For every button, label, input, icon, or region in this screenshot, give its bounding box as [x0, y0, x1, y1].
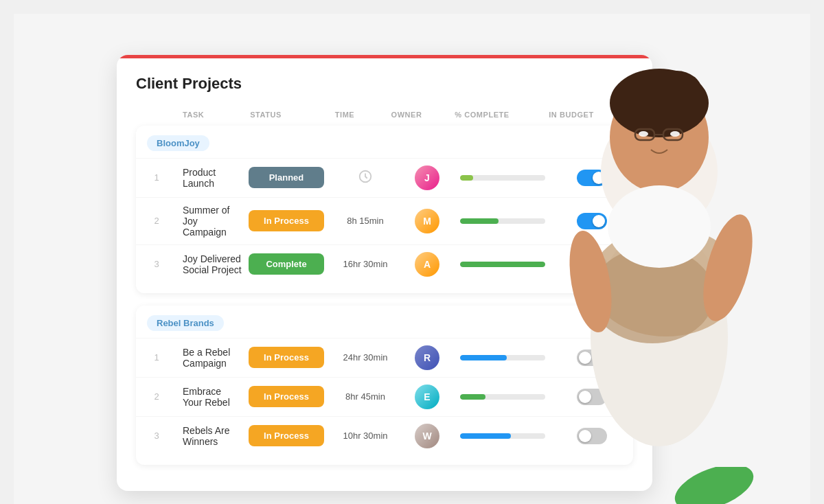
- table-row: 1Be a Rebel CampaignIn Process24hr 30min…: [136, 338, 633, 377]
- avatar: E: [415, 385, 439, 409]
- table-row: 3Rebels Are WinnersIn Process10hr 30minW: [136, 416, 633, 455]
- progress-bar-fill: [460, 355, 507, 360]
- budget-toggle[interactable]: [577, 389, 607, 405]
- row-time: 16hr 30min: [331, 259, 400, 269]
- table-row: 2Summer of Joy CampaignIn Process8h 15mi…: [136, 197, 633, 244]
- row-time: 8h 15min: [331, 216, 400, 226]
- budget-toggle[interactable]: [577, 213, 607, 229]
- toggle-cell: [551, 256, 633, 273]
- group-card-rebel-brands: Rebel Brands1Be a Rebel CampaignIn Proce…: [136, 306, 633, 465]
- row-owner: M: [400, 209, 455, 233]
- row-task-name: Joy Delivered Social Project: [177, 253, 242, 275]
- row-status-cell: In Process: [242, 210, 331, 231]
- avatar: R: [415, 345, 439, 370]
- col-status: STATUS: [221, 111, 310, 119]
- page-title: Client Projects: [136, 75, 633, 93]
- row-number: 2: [136, 216, 177, 226]
- toggle-knob: [579, 391, 591, 403]
- group-label-bloomjoy: BloomJoy: [147, 135, 209, 151]
- row-task-name: Embrace Your Rebel: [177, 386, 242, 408]
- row-task-name: Product Launch: [177, 167, 242, 189]
- toggle-cell: [551, 389, 633, 405]
- table-row: 3Joy Delivered Social ProjectComplete16h…: [136, 244, 633, 284]
- col-num: [136, 111, 177, 119]
- row-owner: R: [400, 345, 455, 370]
- main-card: Client Projects TASK STATUS TIME OWNER %…: [117, 55, 652, 491]
- toggle-cell: [551, 428, 633, 444]
- row-task-name: Summer of Joy Campaign: [177, 205, 242, 238]
- budget-toggle[interactable]: [577, 350, 607, 366]
- col-time: TIME: [310, 111, 379, 119]
- svg-point-15: [694, 209, 762, 326]
- row-task-name: Be a Rebel Campaign: [177, 347, 242, 369]
- col-budget: IN BUDGET: [530, 111, 613, 119]
- row-number: 1: [136, 172, 177, 183]
- row-status-cell: In Process: [242, 425, 331, 446]
- row-owner: W: [400, 424, 455, 448]
- svg-point-10: [670, 131, 680, 137]
- avatar: J: [415, 165, 439, 190]
- progress-bar-fill: [460, 175, 473, 181]
- avatar: W: [415, 424, 439, 448]
- row-time: [331, 169, 400, 186]
- groups-container: BloomJoy1Product LaunchPlanned J2Summer …: [136, 126, 633, 465]
- status-badge[interactable]: Planned: [249, 167, 324, 188]
- row-status-cell: Complete: [242, 253, 331, 275]
- progress-bar-fill: [460, 433, 511, 439]
- progress-bar-cell: [455, 355, 551, 360]
- row-time: 24hr 30min: [331, 352, 400, 363]
- toggle-knob: [593, 172, 605, 184]
- table-header: TASK STATUS TIME OWNER % COMPLETE IN BUD…: [136, 106, 633, 126]
- status-badge[interactable]: In Process: [249, 386, 324, 407]
- toggle-knob: [579, 258, 591, 271]
- row-time: 8hr 45min: [331, 391, 400, 402]
- progress-bar-cell: [455, 262, 551, 267]
- progress-bar-cell: [455, 175, 551, 181]
- svg-rect-12: [663, 129, 683, 140]
- progress-bar-fill: [460, 262, 545, 267]
- table-row: 2Embrace Your RebelIn Process8hr 45minE: [136, 377, 633, 416]
- row-number: 1: [136, 352, 177, 363]
- row-task-name: Rebels Are Winners: [177, 425, 242, 447]
- avatar: A: [415, 252, 439, 277]
- avatar: M: [415, 209, 439, 233]
- svg-point-7: [650, 71, 702, 115]
- clock-icon: [358, 169, 373, 184]
- toggle-knob: [579, 352, 591, 364]
- status-badge[interactable]: In Process: [249, 425, 324, 446]
- budget-toggle[interactable]: [577, 170, 607, 186]
- table-row: 1Product LaunchPlanned J: [136, 158, 633, 197]
- svg-point-1: [673, 467, 755, 504]
- col-task: TASK: [177, 111, 221, 119]
- status-badge[interactable]: In Process: [249, 210, 324, 231]
- budget-toggle[interactable]: [577, 256, 607, 273]
- row-number: 3: [136, 431, 177, 441]
- group-label-rebel-brands: Rebel Brands: [147, 315, 224, 331]
- status-badge[interactable]: Complete: [249, 253, 324, 275]
- status-badge[interactable]: In Process: [249, 347, 324, 368]
- toggle-knob: [579, 430, 591, 442]
- progress-bar-fill: [460, 394, 485, 400]
- row-number: 3: [136, 259, 177, 269]
- row-status-cell: In Process: [242, 386, 331, 407]
- progress-bar-cell: [455, 433, 551, 439]
- row-owner: E: [400, 385, 455, 409]
- toggle-cell: [551, 350, 633, 366]
- col-progress: % COMPLETE: [434, 111, 530, 119]
- row-time: 10hr 30min: [331, 431, 400, 441]
- row-status-cell: Planned: [242, 167, 331, 188]
- toggle-knob: [593, 215, 605, 227]
- row-owner: J: [400, 165, 455, 190]
- row-owner: A: [400, 252, 455, 277]
- group-card-bloomjoy: BloomJoy1Product LaunchPlanned J2Summer …: [136, 126, 633, 293]
- toggle-cell: [551, 170, 633, 186]
- row-status-cell: In Process: [242, 347, 331, 368]
- progress-bar-cell: [455, 218, 551, 224]
- row-number: 2: [136, 391, 177, 402]
- progress-bar-cell: [455, 394, 551, 400]
- outer-wrapper: Client Projects TASK STATUS TIME OWNER %…: [14, 14, 810, 504]
- toggle-cell: [551, 213, 633, 229]
- budget-toggle[interactable]: [577, 428, 607, 444]
- progress-bar-fill: [460, 218, 499, 224]
- col-owner: OWNER: [379, 111, 434, 119]
